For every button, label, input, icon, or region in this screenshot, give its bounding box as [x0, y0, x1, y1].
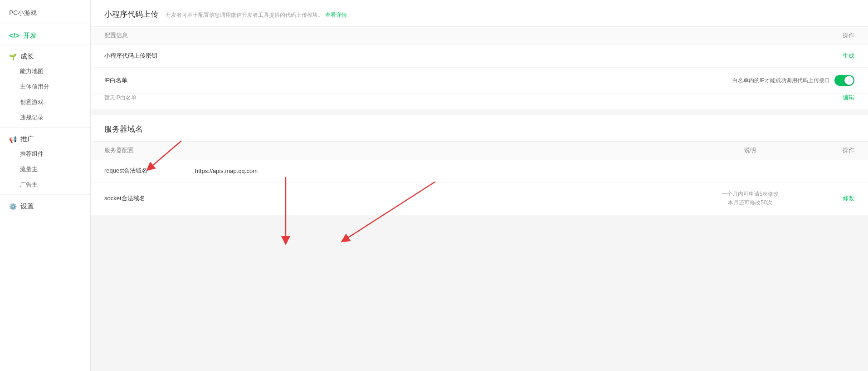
socket-domain-label: socket合法域名	[104, 194, 195, 203]
request-domain-label: request合法域名	[104, 167, 195, 175]
no-ip-text: 暂无IP白名单	[104, 94, 137, 102]
sidebar-item-credit[interactable]: 主体信用分	[0, 79, 90, 94]
toggle-container: 白名单内的IP才能成功调用代码上传接口	[195, 75, 854, 86]
sidebar-item-pc-game[interactable]: PC小游戏	[0, 5, 90, 22]
ip-whitelist-toggle[interactable]	[834, 75, 854, 86]
sidebar-divider-1	[0, 24, 90, 24]
toggle-description: 白名单内的IP才能成功调用代码上传接口	[732, 77, 830, 84]
mini-program-detail-link[interactable]: 查看详情	[325, 12, 347, 18]
server-table-header: 服务器配置 说明 操作	[91, 142, 868, 159]
mini-program-title: 小程序代码上传	[104, 10, 158, 19]
sidebar-growth-label: 成长	[20, 52, 34, 61]
socket-domain-row: socket合法域名 一个月内可申请5次修改 本月还可修改50次 修改	[91, 183, 868, 214]
server-header-config: 服务器配置	[104, 146, 195, 154]
gear-icon: ⚙️	[9, 203, 17, 210]
sidebar-divider-4	[0, 194, 90, 195]
request-domain-row: request合法域名 https://apis.map.qq.com	[91, 159, 868, 183]
modify-socket-button[interactable]: 修改	[843, 195, 854, 202]
sidebar-settings-label: 设置	[20, 202, 34, 211]
sidebar-item-advertiser[interactable]: 广告主	[0, 177, 90, 193]
server-domain-header: 服务器域名	[91, 115, 868, 142]
leaf-icon: 🌱	[9, 53, 17, 60]
server-domain-title: 服务器域名	[104, 125, 143, 134]
upload-key-row: 小程序代码上传密钥 生成	[91, 45, 868, 68]
code-icon: </>	[9, 32, 20, 40]
upload-table-header: 配置信息 操作	[91, 27, 868, 45]
sidebar-divider-2	[0, 45, 90, 45]
sidebar-promote-label: 推广	[20, 135, 34, 143]
ip-whitelist-sub-row: 暂无IP白名单 编辑	[91, 94, 868, 109]
sidebar-item-traffic[interactable]: 流量主	[0, 162, 90, 177]
header-config: 配置信息	[104, 31, 195, 40]
speaker-icon: 📢	[9, 136, 17, 143]
mini-program-subtitle: 开发者可基于配置信息调用微信开发者工具提供的代码上传模块。	[166, 12, 323, 18]
sidebar-section-settings[interactable]: ⚙️ 设置	[0, 197, 90, 213]
sidebar-section-growth[interactable]: 🌱 成长	[0, 47, 90, 64]
sidebar-item-recommend[interactable]: 推荐组件	[0, 146, 90, 162]
socket-note-1: 一个月内可申请5次修改	[682, 190, 818, 198]
server-domain-section: 服务器域名 服务器配置 说明 操作 request合法域名 https://ap…	[91, 115, 868, 214]
generate-key-button[interactable]: 生成	[843, 52, 854, 59]
request-domain-value: https://apis.map.qq.com	[195, 168, 682, 174]
upload-key-label: 小程序代码上传密钥	[104, 52, 195, 60]
sidebar-section-dev[interactable]: </> 开发	[0, 26, 90, 43]
sidebar-item-ability-map[interactable]: 能力地图	[0, 64, 90, 79]
ip-whitelist-row: IP白名单 白名单内的IP才能成功调用代码上传接口	[91, 68, 868, 94]
header-action: 操作	[818, 31, 854, 40]
ip-whitelist-label: IP白名单	[104, 76, 195, 84]
server-header-desc: 说明	[682, 146, 818, 154]
mini-program-upload-section: 小程序代码上传 开发者可基于配置信息调用微信开发者工具提供的代码上传模块。 查看…	[91, 0, 868, 109]
sidebar: PC小游戏 </> 开发 🌱 成长 能力地图 主体信用分 创意游戏 违规记录 📢…	[0, 0, 91, 371]
main-content: 小程序代码上传 开发者可基于配置信息调用微信开发者工具提供的代码上传模块。 查看…	[91, 0, 868, 371]
sidebar-item-creative-game[interactable]: 创意游戏	[0, 94, 90, 110]
socket-note-2: 本月还可修改50次	[682, 198, 818, 207]
mini-program-header: 小程序代码上传 开发者可基于配置信息调用微信开发者工具提供的代码上传模块。 查看…	[91, 0, 868, 27]
sidebar-item-violations[interactable]: 违规记录	[0, 110, 90, 125]
sidebar-section-promote[interactable]: 📢 推广	[0, 129, 90, 146]
sidebar-divider-3	[0, 127, 90, 128]
sidebar-dev-label: 开发	[23, 31, 37, 40]
server-header-action: 操作	[818, 146, 854, 154]
edit-whitelist-button[interactable]: 编辑	[843, 94, 854, 102]
